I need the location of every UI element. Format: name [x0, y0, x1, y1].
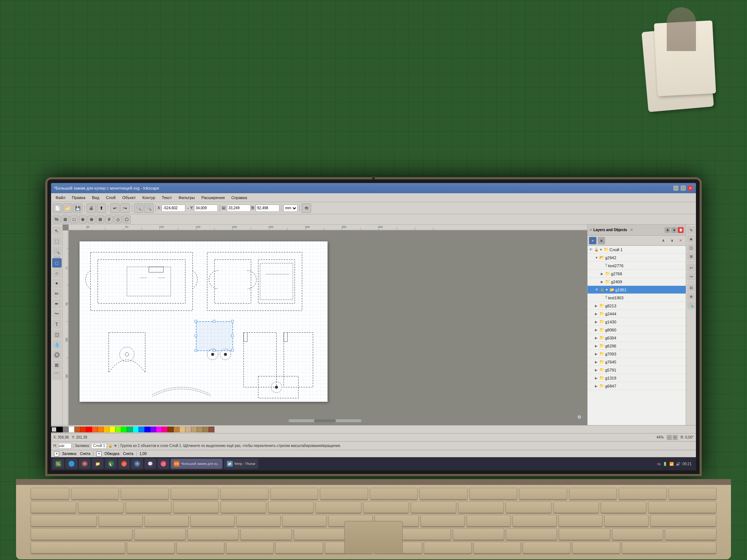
- snap-object-btn[interactable]: ◇: [114, 215, 122, 223]
- h-key[interactable]: [400, 528, 451, 540]
- swatch-green[interactable]: [121, 427, 127, 432]
- menu-extensions[interactable]: Расширения: [198, 195, 228, 201]
- 6-key[interactable]: [316, 501, 361, 513]
- print-btn[interactable]: 🖨: [86, 203, 96, 213]
- taskbar-icon-3[interactable]: ✉: [79, 459, 90, 469]
- layer-item-g2444[interactable]: ▶ 📁 g2444: [588, 310, 686, 318]
- f7-key[interactable]: [370, 488, 418, 499]
- canvas-area[interactable]: -50 50 100 150 200 250 300 350 400: [63, 225, 587, 425]
- layer-item-g7093[interactable]: ▶ 📁 g7093: [588, 350, 686, 358]
- f1-key[interactable]: [71, 488, 119, 499]
- 3-key[interactable]: [173, 501, 219, 513]
- bracket-r-key[interactable]: [604, 515, 649, 526]
- comma-key[interactable]: [473, 542, 521, 553]
- taskbar-icon-2[interactable]: 🌐: [66, 459, 77, 469]
- f3-key[interactable]: [171, 488, 219, 499]
- s-key[interactable]: [187, 528, 239, 540]
- swatch-red-dark[interactable]: [80, 427, 86, 432]
- d-key[interactable]: [240, 528, 292, 540]
- fill-stroke-btn[interactable]: ◫: [687, 244, 695, 252]
- g6296-expand[interactable]: ▶: [595, 344, 599, 348]
- lshift-key[interactable]: [31, 542, 125, 553]
- menu-edit[interactable]: Правка: [69, 195, 88, 201]
- new-btn[interactable]: 📄: [53, 203, 62, 213]
- no-fill-swatch[interactable]: [51, 427, 57, 432]
- close-button[interactable]: ✕: [688, 186, 693, 191]
- h-scrollbar[interactable]: [289, 419, 361, 422]
- xml-editor-btn[interactable]: ✎: [687, 226, 695, 234]
- bracket-l-key[interactable]: [558, 515, 603, 526]
- period-key[interactable]: [523, 542, 570, 553]
- taskbar-icon-9[interactable]: @: [158, 459, 169, 469]
- a-key[interactable]: [134, 528, 186, 540]
- g2942-expand[interactable]: ▼: [595, 256, 599, 260]
- layer-item-g2942[interactable]: ▼ 📂 g2942: [588, 254, 686, 262]
- 1-key[interactable]: [78, 501, 124, 513]
- menu-text[interactable]: Текст: [159, 195, 175, 201]
- taskbar-icon-4[interactable]: 📁: [92, 459, 104, 469]
- taskbar-icon-6[interactable]: @: [118, 459, 130, 469]
- layer-item-g1430[interactable]: ▶ 📁 g1430: [588, 318, 686, 326]
- del-key[interactable]: [669, 488, 717, 499]
- v-key[interactable]: [275, 542, 323, 553]
- snap-bbox-btn[interactable]: □: [70, 215, 78, 223]
- rect-tool[interactable]: □: [52, 258, 62, 268]
- undo-hist-btn[interactable]: ↩: [687, 264, 695, 272]
- t-key[interactable]: [282, 515, 326, 526]
- g2409-expand[interactable]: ▶: [601, 280, 604, 284]
- x-key[interactable]: [177, 542, 224, 553]
- swatch-yellow-orange[interactable]: [104, 427, 109, 432]
- f2-key[interactable]: [121, 488, 169, 499]
- slash-key[interactable]: [572, 542, 620, 553]
- swatch-brown-2[interactable]: [197, 427, 203, 432]
- tab-key[interactable]: [31, 515, 97, 526]
- menu-filters[interactable]: Фильтры: [175, 195, 198, 201]
- redo-btn[interactable]: ↪: [120, 203, 130, 213]
- snap-midpoint-btn[interactable]: ⊗: [88, 215, 96, 223]
- layer-item-g2409[interactable]: ▶ 📁 g2409: [588, 278, 686, 286]
- layer-item-g8213[interactable]: ▶ 📁 g8213: [588, 302, 686, 310]
- layer-item-g5791[interactable]: ▶ 📁 g5791: [588, 366, 686, 374]
- menu-file[interactable]: Файл: [53, 195, 68, 201]
- 7-key[interactable]: [363, 501, 409, 513]
- transform-btn[interactable]: ⟲: [302, 203, 311, 213]
- gradient-tool[interactable]: ◫: [52, 330, 62, 339]
- swatch-green-teal[interactable]: [127, 427, 133, 432]
- taskbar-thunar[interactable]: 📁 Temp - Thunar: [224, 459, 258, 469]
- zoom-out-btn-2[interactable]: -: [667, 435, 672, 440]
- open-btn[interactable]: 📁: [63, 203, 72, 213]
- e-key[interactable]: [190, 515, 235, 526]
- dropper-tool[interactable]: 💧: [52, 340, 62, 349]
- snap-nodes-btn[interactable]: ⊞: [61, 215, 69, 223]
- w-key[interactable]: [144, 515, 189, 526]
- 0-key[interactable]: [506, 501, 551, 513]
- panel-close-btn[interactable]: ✕: [630, 228, 633, 232]
- g5791-expand[interactable]: ▶: [595, 368, 599, 372]
- snap-enable-btn[interactable]: %: [53, 215, 61, 223]
- swatch-magenta[interactable]: [156, 427, 162, 432]
- swatch-beige[interactable]: [185, 427, 191, 432]
- layer-item-g8060[interactable]: ▶ 📁 g8060: [588, 326, 686, 334]
- f11-key[interactable]: [569, 488, 617, 499]
- k-key[interactable]: [506, 528, 557, 540]
- w-input[interactable]: [227, 205, 251, 212]
- layer-item-text1903[interactable]: T text1903: [588, 294, 686, 302]
- g8213-expand[interactable]: ▶: [595, 304, 599, 308]
- g2768-expand[interactable]: ▶: [601, 272, 604, 276]
- f-key[interactable]: [294, 528, 345, 540]
- zoom-in-btn[interactable]: 🔍: [134, 203, 143, 213]
- backspace-key[interactable]: [648, 501, 716, 513]
- layer-item-g2768[interactable]: ▶ 📁 g2768: [588, 270, 686, 278]
- j-key[interactable]: [453, 528, 504, 540]
- swatch-tan[interactable]: [174, 427, 179, 432]
- taskbar-icon-7[interactable]: ✈: [131, 459, 143, 469]
- layer-settings-btn[interactable]: ≡: [598, 237, 605, 244]
- x-input[interactable]: [162, 205, 185, 212]
- panel-down-btn[interactable]: ∨: [671, 227, 677, 233]
- maximize-button[interactable]: □: [681, 186, 686, 191]
- menu-object[interactable]: Объект: [119, 195, 139, 201]
- g1961-expand[interactable]: ▼: [605, 288, 609, 292]
- node-tool[interactable]: ⬚: [52, 236, 62, 246]
- layer-item-g1319[interactable]: ▶ 📁 g1319: [588, 374, 686, 382]
- panel-up-btn[interactable]: ∧: [665, 227, 670, 233]
